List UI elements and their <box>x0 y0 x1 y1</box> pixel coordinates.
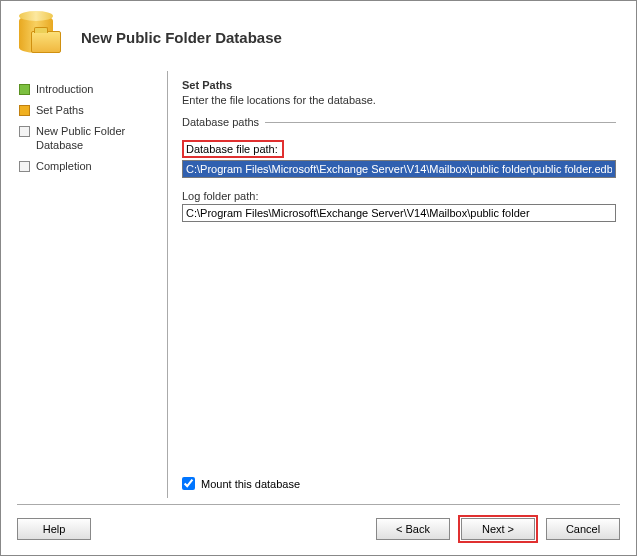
wizard-window: New Public Folder Database Introduction … <box>0 0 637 556</box>
wizard-header: New Public Folder Database <box>1 1 636 71</box>
step-label: Set Paths <box>36 104 84 117</box>
page-title: New Public Folder Database <box>81 29 282 46</box>
mount-checkbox[interactable] <box>182 477 195 490</box>
wizard-steps: Introduction Set Paths New Public Folder… <box>17 71 167 498</box>
database-path-group: Database file path: <box>182 140 616 178</box>
step-done-icon <box>19 84 30 95</box>
step-label: Completion <box>36 160 92 173</box>
database-folder-icon <box>17 13 65 61</box>
next-button-highlight: Next > <box>458 515 538 543</box>
next-button[interactable]: Next > <box>461 518 535 540</box>
step-pending-icon <box>19 161 30 172</box>
help-button[interactable]: Help <box>17 518 91 540</box>
log-path-label: Log folder path: <box>182 190 616 202</box>
database-path-input[interactable] <box>182 160 616 178</box>
database-path-label: Database file path: <box>182 140 284 158</box>
step-introduction: Introduction <box>17 79 167 100</box>
log-path-group: Log folder path: <box>182 190 616 222</box>
content-panel: Set Paths Enter the file locations for t… <box>167 71 620 498</box>
step-label: Introduction <box>36 83 93 96</box>
step-set-paths: Set Paths <box>17 100 167 121</box>
fieldset-label: Database paths <box>182 116 259 128</box>
step-new-pf-database: New Public Folder Database <box>17 121 167 155</box>
mount-checkbox-label: Mount this database <box>201 478 300 490</box>
log-path-input[interactable] <box>182 204 616 222</box>
section-description: Enter the file locations for the databas… <box>182 94 616 106</box>
main-area: Introduction Set Paths New Public Folder… <box>1 71 636 498</box>
step-active-icon <box>19 105 30 116</box>
section-title: Set Paths <box>182 79 616 91</box>
step-completion: Completion <box>17 156 167 177</box>
back-button[interactable]: < Back <box>376 518 450 540</box>
divider <box>265 122 616 123</box>
cancel-button[interactable]: Cancel <box>546 518 620 540</box>
step-label: New Public Folder Database <box>36 125 165 151</box>
step-pending-icon <box>19 126 30 137</box>
fieldset-header: Database paths <box>182 116 616 128</box>
spacer <box>182 234 616 473</box>
mount-checkbox-row: Mount this database <box>182 477 616 490</box>
wizard-footer: Help < Back Next > Cancel <box>17 504 620 543</box>
